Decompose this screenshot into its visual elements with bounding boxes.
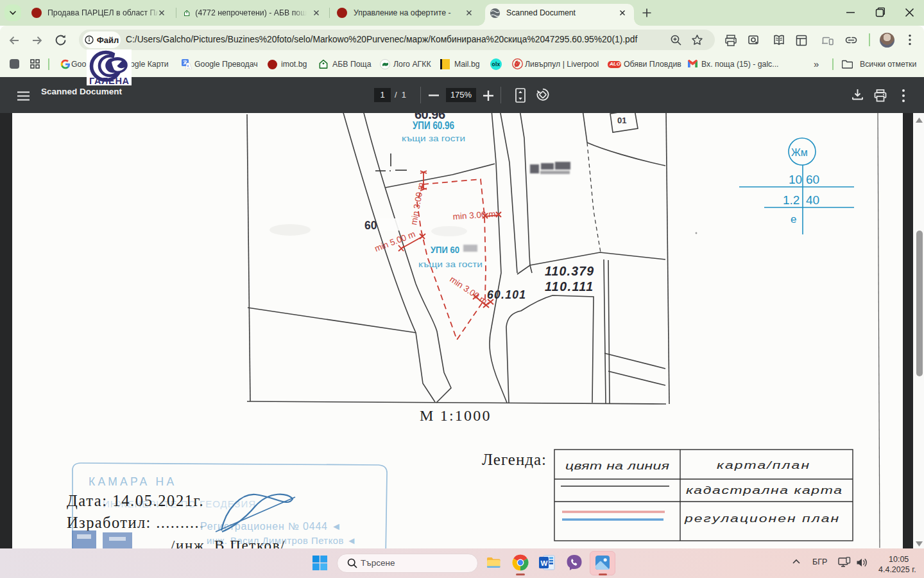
svg-text:e: e (791, 213, 796, 225)
svg-text:01: 01 (617, 116, 626, 125)
svg-text:/инж. В.Петков/: /инж. В.Петков/ (171, 538, 286, 548)
svg-text:Дата: 14.05.2021г.: Дата: 14.05.2021г. (67, 492, 204, 509)
svg-text:цвят на линия: цвят на линия (565, 460, 669, 472)
svg-text:1.2: 1.2 (783, 193, 800, 207)
svg-text:110.379: 110.379 (545, 264, 594, 278)
svg-text:W: W (541, 559, 548, 567)
svg-text:УПИ 60.96: УПИ 60.96 (413, 120, 454, 131)
svg-text:10: 10 (789, 173, 802, 186)
svg-text:min 3.00 m: min 3.00 m (452, 209, 496, 222)
svg-text:Изработил: ..........: Изработил: .......... (67, 514, 205, 531)
svg-text:min 3.00 m: min 3.00 m (409, 182, 425, 225)
svg-text:min 3.00 m: min 3.00 m (448, 274, 489, 306)
svg-text:кадастрална карта: кадастрална карта (686, 484, 842, 496)
svg-text:къщи за гости: къщи за гости (418, 260, 483, 269)
svg-text:УПИ 60: УПИ 60 (431, 244, 459, 255)
svg-text:Легенда:: Легенда: (482, 451, 547, 468)
svg-text:60: 60 (364, 219, 377, 232)
svg-text:Жм: Жм (791, 147, 808, 158)
svg-text:110.111: 110.111 (545, 279, 593, 293)
svg-text:40: 40 (806, 193, 819, 207)
svg-text:регулационен план: регулационен план (684, 512, 839, 525)
svg-text:къщи за гости: къщи за гости (402, 134, 465, 143)
svg-text:ГАЛЕНА: ГАЛЕНА (89, 76, 130, 85)
svg-text:60.96: 60.96 (415, 113, 445, 121)
svg-text:М 1:1000: М 1:1000 (420, 407, 492, 424)
svg-text:карта/план: карта/план (717, 459, 809, 471)
svg-text:КАМАРА НА: КАМАРА НА (89, 475, 176, 488)
svg-text:60.101: 60.101 (487, 288, 526, 301)
svg-text:60: 60 (806, 173, 819, 186)
